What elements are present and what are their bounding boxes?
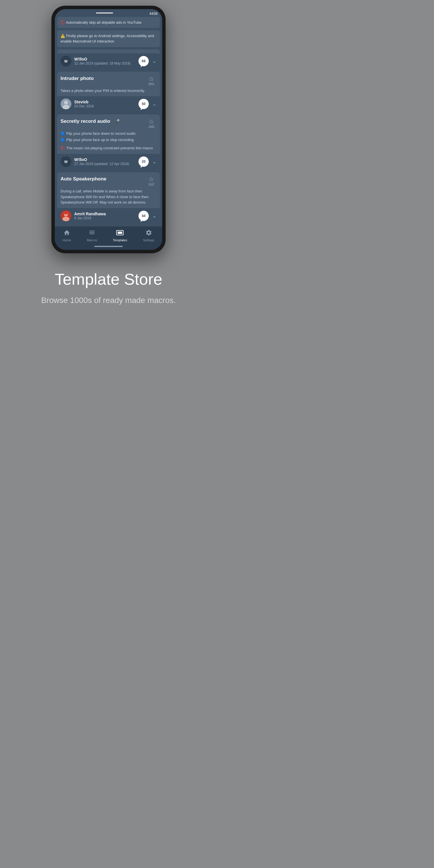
marketing-section: Template Store Browse 1000s of ready mad… [0, 253, 217, 329]
desc-line-2: 🔵 Flip your phone face up to stop record… [61, 137, 156, 143]
intruder-photo-card: Intruder photo ☆ 3051 Takes a photo when… [57, 72, 160, 112]
home-icon [63, 229, 70, 237]
intruder-photo-footer: Stevieb 20 Dec 2018 50 ⌄ [57, 96, 160, 112]
home-indicator [55, 244, 162, 250]
accessibility-text: ⚠️ Firstly please go to Android settings… [61, 34, 154, 43]
amrit-author-name: Amrit Randhawa [74, 212, 106, 216]
wiloo2-avatar: W [61, 156, 71, 167]
intruder-photo-title: Intruder photo [61, 76, 146, 82]
intruder-expand-button[interactable]: ⌄ [152, 101, 156, 107]
star-icon: ☆ [149, 76, 154, 83]
secretly-comment-count: 20 [138, 156, 149, 167]
wiloo-expand-button[interactable]: ⌄ [152, 58, 156, 64]
settings-icon [145, 229, 152, 237]
speakerphone-expand-button[interactable]: ⌄ [152, 213, 156, 219]
svg-point-10 [63, 212, 68, 214]
intruder-photo-header: Intruder photo ☆ 3051 [61, 76, 156, 86]
auto-speakerphone-header: Auto Speakerphone ☆ 1937 [61, 176, 156, 186]
amrit-author-info: Amrit Randhawa 9 Jan 2019 [61, 211, 106, 221]
phone-screen: 4438 🚫 Automatically skip all skipable a… [55, 9, 162, 250]
skip-ads-text: 🚫 Automatically skip all skipable ads in… [61, 20, 142, 25]
star-icon-2: ☆ [149, 119, 154, 125]
speakerphone-footer-actions: 44 ⌄ [138, 211, 156, 221]
wiloo2-author-date: 27 Jan 2019 (updated: 12 Apr 2019) [74, 162, 129, 166]
wiloo-comment-count: 68 [138, 56, 149, 66]
wiloo-comment-button[interactable]: 68 [138, 56, 149, 66]
wiloo2-author-info: W W!lloO 27 Jan 2019 (updated: 12 Apr 20… [61, 156, 129, 167]
intruder-comment-count: 50 [138, 99, 149, 109]
screen-content: 🚫 Automatically skip all skipable ads in… [55, 17, 162, 223]
secretly-comment-button[interactable]: 20 [138, 156, 149, 167]
secretly-record-card: Secretly record audio 🎤 ☆ 1985 🔵 Flip yo… [57, 115, 160, 169]
nav-item-macros[interactable]: Macros [87, 229, 97, 242]
wiloo-author-details: W!lloO 12 Jan 2019 (updated: 18 May 2019… [74, 57, 130, 65]
secretly-record-footer: W W!lloO 27 Jan 2019 (updated: 12 Apr 20… [57, 154, 160, 169]
bottom-nav: Home Macros [55, 226, 162, 244]
wiloo2-author-details: W!lloO 27 Jan 2019 (updated: 12 Apr 2019… [74, 157, 129, 166]
stevieb-author-name: Stevieb [74, 100, 94, 104]
nav-item-templates[interactable]: Templates [113, 229, 127, 242]
secretly-record-title: Secretly record audio [61, 119, 113, 124]
phone-shell: 4438 🚫 Automatically skip all skipable a… [52, 6, 165, 253]
amrit-author-date: 9 Jan 2019 [74, 216, 106, 220]
star-icon-3: ☆ [149, 176, 154, 183]
nav-item-settings[interactable]: Settings [143, 229, 154, 242]
svg-rect-13 [89, 234, 94, 234]
svg-rect-12 [89, 232, 94, 233]
home-label: Home [63, 239, 71, 242]
amrit-author-details: Amrit Randhawa 9 Jan 2019 [74, 212, 106, 220]
status-time: 4438 [149, 11, 158, 16]
amrit-avatar [61, 211, 71, 221]
svg-text:W: W [64, 59, 68, 63]
stevieb-avatar [61, 98, 71, 110]
wiloo-author-date: 12 Jan 2019 (updated: 18 May 2019) [74, 61, 130, 65]
marketing-subtitle: Browse 1000s of ready made macros. [41, 294, 176, 306]
templates-label: Templates [113, 239, 127, 242]
macros-label: Macros [87, 239, 97, 242]
wiloo-author-info: W W!lloO 12 Jan 2019 (updated: 18 May 20… [61, 56, 130, 66]
stevieb-author-info: Stevieb 20 Dec 2018 [61, 98, 94, 110]
stevieb-author-date: 20 Dec 2018 [74, 104, 94, 108]
wiloo-card-footer: W W!lloO 12 Jan 2019 (updated: 18 May 20… [57, 53, 160, 69]
secretly-expand-button[interactable]: ⌄ [152, 158, 156, 165]
speakerphone-comment-count: 44 [138, 211, 149, 221]
auto-speakerphone-footer: Amrit Randhawa 9 Jan 2019 44 ⌄ [57, 208, 160, 223]
secretly-record-title-row: Secretly record audio 🎤 [61, 119, 120, 124]
secretly-record-header: Secretly record audio 🎤 ☆ 1985 [61, 119, 156, 128]
speakerphone-comment-button[interactable]: 44 [138, 211, 149, 221]
wiloo-author-name: W!lloO [74, 57, 130, 61]
intruder-comment-button[interactable]: 50 [138, 99, 149, 109]
auto-speakerphone-star-button[interactable]: ☆ 1937 [146, 176, 156, 186]
skip-ads-banner: 🚫 Automatically skip all skipable ads in… [57, 17, 160, 28]
auto-speakerphone-star-count: 1937 [148, 183, 154, 186]
auto-speakerphone-card: Auto Speakerphone ☆ 1937 During a call, … [57, 172, 160, 223]
secretly-record-star-count: 1985 [148, 125, 154, 128]
intruder-photo-star-button[interactable]: ☆ 3051 [146, 76, 156, 86]
stevieb-author-details: Stevieb 20 Dec 2018 [74, 100, 94, 108]
svg-text:W: W [64, 160, 68, 164]
auto-speakerphone-title: Auto Speakerphone [61, 176, 146, 182]
nav-item-home[interactable]: Home [63, 229, 71, 242]
intruder-footer-actions: 50 ⌄ [138, 99, 156, 109]
macros-icon [89, 229, 95, 237]
secretly-record-star-button[interactable]: ☆ 1985 [146, 119, 156, 128]
status-bar: 4438 [55, 9, 162, 17]
wiloo2-author-name: W!lloO [74, 157, 129, 162]
svg-point-9 [63, 217, 69, 221]
templates-icon [116, 229, 124, 237]
secretly-record-description: 🔵 Flip your phone face down to record au… [61, 131, 156, 151]
accessibility-banner: ⚠️ Firstly please go to Android settings… [57, 30, 160, 47]
wiloo-avatar: W [61, 56, 71, 66]
home-bar [94, 246, 123, 247]
secretly-footer-actions: 20 ⌄ [138, 156, 156, 167]
desc-line-1: 🔵 Flip your phone face down to record au… [61, 131, 156, 136]
wiloo-footer-actions: 68 ⌄ [138, 56, 156, 66]
mic-icon: 🎤 [114, 119, 120, 124]
intruder-photo-description: Takes a photo when your PIN is entered i… [61, 88, 156, 94]
wiloo-card: W W!lloO 12 Jan 2019 (updated: 18 May 20… [57, 50, 160, 69]
scroll-indicator [96, 12, 113, 13]
marketing-title: Template Store [55, 270, 162, 288]
svg-rect-11 [89, 231, 94, 231]
auto-speakerphone-description: During a call, when Mobile is away from … [61, 188, 156, 205]
constraint-line: 🚫 The music not playing constraint preve… [61, 145, 156, 151]
